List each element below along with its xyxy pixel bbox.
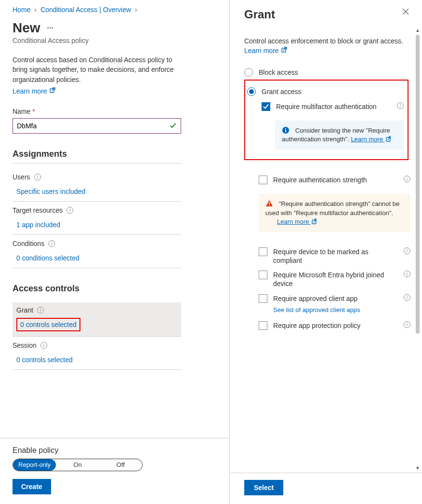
assignments-targets-row[interactable]: Target resources i bbox=[13, 202, 229, 218]
toggle-off[interactable]: Off bbox=[99, 459, 142, 471]
toggle-report-only[interactable]: Report-only bbox=[13, 459, 56, 471]
scroll-up-icon[interactable]: ▲ bbox=[413, 25, 422, 35]
checkbox-icon bbox=[259, 247, 267, 256]
highlight-box: Grant access Require multifactor authent… bbox=[244, 80, 409, 160]
info-icon[interactable]: i bbox=[404, 271, 410, 277]
external-link-icon bbox=[311, 218, 316, 224]
external-link-icon bbox=[280, 47, 287, 54]
access-grant-box[interactable]: Grant i 0 controls selected bbox=[13, 302, 181, 336]
scroll-down-icon[interactable]: ▼ bbox=[413, 463, 422, 473]
checkbox-app-protection[interactable]: Require app protection policy i bbox=[259, 318, 410, 333]
info-icon[interactable]: i bbox=[404, 176, 410, 182]
checkbox-require-mfa[interactable]: Require multifactor authentication i bbox=[262, 99, 404, 114]
panel-blurb: Control access enforcement to block or g… bbox=[244, 37, 410, 55]
info-icon[interactable]: i bbox=[397, 102, 404, 109]
check-icon bbox=[169, 121, 177, 131]
radio-icon bbox=[247, 87, 256, 96]
info-icon[interactable]: i bbox=[48, 240, 55, 247]
highlight-box: 0 controls selected bbox=[16, 318, 80, 331]
checkbox-icon bbox=[259, 176, 267, 184]
enable-policy-label: Enable policy bbox=[13, 446, 217, 455]
crumb-overview[interactable]: Conditional Access | Overview bbox=[40, 6, 131, 14]
info-icon[interactable]: i bbox=[404, 247, 410, 254]
access-grant-value[interactable]: 0 controls selected bbox=[20, 321, 77, 328]
scroll-thumb[interactable] bbox=[416, 35, 420, 334]
access-session-row[interactable]: Session i bbox=[13, 337, 229, 353]
select-button[interactable]: Select bbox=[244, 480, 283, 495]
svg-rect-4 bbox=[269, 202, 270, 204]
warning-icon bbox=[265, 200, 273, 207]
crumb-home[interactable]: Home bbox=[13, 6, 30, 14]
create-button[interactable]: Create bbox=[13, 479, 51, 494]
checkbox-icon bbox=[262, 102, 270, 111]
panel-title: Grant bbox=[244, 8, 275, 21]
breadcrumb: Home › Conditional Access | Overview › bbox=[13, 6, 229, 14]
chevron-right-icon: › bbox=[34, 6, 37, 14]
info-icon[interactable]: i bbox=[66, 207, 73, 214]
warn-learn-more-link[interactable]: Learn more bbox=[277, 218, 316, 225]
radio-icon bbox=[244, 68, 253, 77]
checkbox-hybrid-joined[interactable]: Require Microsoft Entra hybrid joined de… bbox=[259, 268, 410, 291]
assignments-conditions-row[interactable]: Conditions i bbox=[13, 235, 229, 251]
more-dots-icon[interactable]: ··· bbox=[47, 24, 53, 32]
enable-policy-toggle[interactable]: Report-only On Off bbox=[13, 459, 143, 471]
info-icon[interactable]: i bbox=[37, 307, 44, 313]
page-title: New ··· bbox=[13, 20, 229, 36]
svg-rect-5 bbox=[269, 205, 270, 206]
close-icon[interactable] bbox=[402, 8, 409, 17]
intro-text: Control access based on Conditional Acce… bbox=[13, 55, 181, 84]
checkbox-device-compliant[interactable]: Require device to be marked as compliant… bbox=[259, 245, 410, 268]
external-link-icon bbox=[49, 87, 55, 94]
info-icon[interactable]: i bbox=[34, 174, 41, 180]
name-label: Name * bbox=[13, 108, 181, 115]
left-footer: Enable policy Report-only On Off Create bbox=[0, 438, 229, 504]
external-link-icon bbox=[385, 136, 391, 142]
page-subtitle: Conditional Access policy bbox=[13, 37, 229, 44]
checkbox-icon bbox=[259, 321, 267, 330]
access-controls-heading: Access controls bbox=[13, 284, 181, 298]
assignments-targets-value[interactable]: 1 app included bbox=[13, 218, 60, 234]
intro-learn-more-link[interactable]: Learn more bbox=[13, 87, 55, 95]
svg-rect-3 bbox=[285, 128, 286, 129]
name-input[interactable] bbox=[13, 118, 181, 134]
info-icon[interactable]: i bbox=[404, 321, 410, 328]
info-learn-more-link[interactable]: Learn more bbox=[351, 136, 390, 143]
assignments-users-row[interactable]: Users i bbox=[13, 168, 229, 185]
info-solid-icon bbox=[282, 126, 290, 134]
assignments-users-value[interactable]: Specific users included bbox=[13, 185, 85, 201]
grant-panel: Grant Control access enforcement to bloc… bbox=[229, 0, 422, 504]
radio-grant-access[interactable]: Grant access bbox=[247, 84, 404, 99]
chevron-right-icon: › bbox=[135, 6, 137, 14]
checkbox-icon bbox=[259, 271, 267, 279]
scrollbar[interactable]: ▲ ▼ bbox=[413, 25, 422, 473]
assignments-heading: Assignments bbox=[13, 149, 181, 163]
checkbox-icon bbox=[259, 294, 267, 303]
info-icon[interactable]: i bbox=[40, 342, 47, 349]
info-icon[interactable]: i bbox=[404, 294, 410, 301]
panel-learn-more-link[interactable]: Learn more bbox=[244, 47, 287, 54]
access-session-value[interactable]: 0 controls selected bbox=[13, 353, 73, 369]
assignments-conditions-value[interactable]: 0 conditions selected bbox=[13, 251, 79, 268]
approved-apps-link[interactable]: See list of approved client apps bbox=[273, 306, 360, 313]
checkbox-approved-client-app[interactable]: Require approved client app i bbox=[259, 291, 410, 306]
info-message: Consider testing the new "Require authen… bbox=[275, 121, 404, 150]
radio-block-access[interactable]: Block access bbox=[244, 65, 410, 80]
checkbox-auth-strength[interactable]: Require authentication strength i bbox=[259, 173, 410, 187]
warning-message: "Require authentication strength" cannot… bbox=[259, 194, 410, 232]
toggle-on[interactable]: On bbox=[56, 459, 99, 471]
svg-rect-2 bbox=[285, 130, 286, 132]
